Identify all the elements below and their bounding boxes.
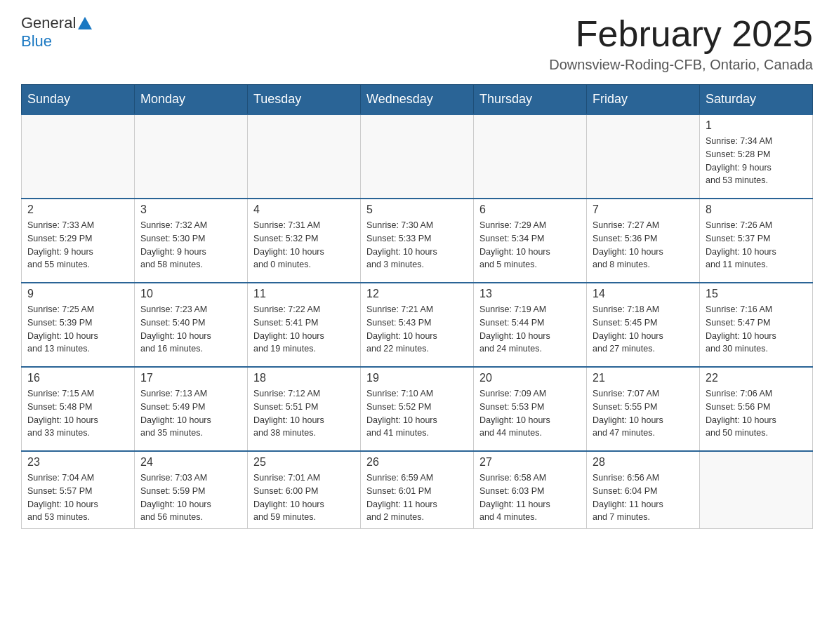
day-number: 27 <box>479 456 581 469</box>
calendar-header-row: SundayMondayTuesdayWednesdayThursdayFrid… <box>22 85 813 115</box>
calendar-day-cell: 18Sunrise: 7:12 AM Sunset: 5:51 PM Dayli… <box>248 367 361 451</box>
calendar-day-header: Thursday <box>474 85 587 115</box>
day-number: 18 <box>253 372 355 384</box>
day-number: 25 <box>253 456 355 469</box>
day-number: 15 <box>706 288 807 300</box>
day-number: 12 <box>366 288 468 300</box>
day-info: Sunrise: 7:01 AM Sunset: 6:00 PM Dayligh… <box>253 471 355 524</box>
calendar-day-cell <box>135 114 248 199</box>
calendar-day-header: Saturday <box>700 85 813 115</box>
calendar-day-cell: 13Sunrise: 7:19 AM Sunset: 5:44 PM Dayli… <box>474 283 587 367</box>
logo: General Blue <box>21 14 94 51</box>
day-number: 5 <box>366 203 468 216</box>
calendar-day-cell <box>22 114 135 199</box>
calendar-week-row: 9Sunrise: 7:25 AM Sunset: 5:39 PM Daylig… <box>22 283 813 367</box>
day-info: Sunrise: 7:32 AM Sunset: 5:30 PM Dayligh… <box>140 219 241 271</box>
calendar-day-cell: 28Sunrise: 6:56 AM Sunset: 6:04 PM Dayli… <box>587 451 700 529</box>
day-info: Sunrise: 7:27 AM Sunset: 5:36 PM Dayligh… <box>593 219 694 271</box>
calendar-day-cell: 16Sunrise: 7:15 AM Sunset: 5:48 PM Dayli… <box>22 367 135 451</box>
day-info: Sunrise: 7:03 AM Sunset: 5:59 PM Dayligh… <box>140 471 241 524</box>
day-info: Sunrise: 7:07 AM Sunset: 5:55 PM Dayligh… <box>593 387 694 440</box>
day-number: 26 <box>366 456 468 469</box>
calendar-day-cell: 14Sunrise: 7:18 AM Sunset: 5:45 PM Dayli… <box>587 283 700 367</box>
calendar-day-cell: 8Sunrise: 7:26 AM Sunset: 5:37 PM Daylig… <box>700 199 813 283</box>
day-info: Sunrise: 7:09 AM Sunset: 5:53 PM Dayligh… <box>479 387 581 440</box>
calendar-day-cell <box>474 114 587 199</box>
calendar-day-cell: 27Sunrise: 6:58 AM Sunset: 6:03 PM Dayli… <box>474 451 587 529</box>
day-info: Sunrise: 7:19 AM Sunset: 5:44 PM Dayligh… <box>479 303 581 356</box>
calendar-day-cell <box>587 114 700 199</box>
day-number: 11 <box>253 288 355 300</box>
title-section: February 2025 Downsview-Roding-CFB, Onta… <box>549 14 813 73</box>
calendar-day-header: Sunday <box>22 85 135 115</box>
day-info: Sunrise: 7:29 AM Sunset: 5:34 PM Dayligh… <box>479 219 581 271</box>
day-number: 10 <box>140 288 241 300</box>
day-info: Sunrise: 7:10 AM Sunset: 5:52 PM Dayligh… <box>366 387 468 440</box>
calendar-day-cell: 17Sunrise: 7:13 AM Sunset: 5:49 PM Dayli… <box>135 367 248 451</box>
calendar-day-header: Monday <box>135 85 248 115</box>
calendar-day-cell: 4Sunrise: 7:31 AM Sunset: 5:32 PM Daylig… <box>248 199 361 283</box>
day-number: 1 <box>706 119 807 132</box>
calendar-day-header: Tuesday <box>248 85 361 115</box>
calendar-day-cell: 7Sunrise: 7:27 AM Sunset: 5:36 PM Daylig… <box>587 199 700 283</box>
day-info: Sunrise: 7:16 AM Sunset: 5:47 PM Dayligh… <box>706 303 807 356</box>
location-subtitle: Downsview-Roding-CFB, Ontario, Canada <box>549 57 813 73</box>
calendar-week-row: 1Sunrise: 7:34 AM Sunset: 5:28 PM Daylig… <box>22 114 813 199</box>
calendar-day-cell: 3Sunrise: 7:32 AM Sunset: 5:30 PM Daylig… <box>135 199 248 283</box>
day-number: 28 <box>593 456 694 469</box>
day-number: 21 <box>593 372 694 384</box>
day-info: Sunrise: 7:31 AM Sunset: 5:32 PM Dayligh… <box>253 219 355 271</box>
day-info: Sunrise: 7:33 AM Sunset: 5:29 PM Dayligh… <box>27 219 128 271</box>
day-info: Sunrise: 6:58 AM Sunset: 6:03 PM Dayligh… <box>479 471 581 524</box>
day-number: 16 <box>27 372 128 384</box>
day-number: 2 <box>27 203 128 216</box>
page-header: General Blue February 2025 Downsview-Rod… <box>21 14 813 73</box>
month-title: February 2025 <box>549 14 813 54</box>
calendar-day-cell: 9Sunrise: 7:25 AM Sunset: 5:39 PM Daylig… <box>22 283 135 367</box>
day-info: Sunrise: 7:25 AM Sunset: 5:39 PM Dayligh… <box>27 303 128 356</box>
calendar-day-cell: 6Sunrise: 7:29 AM Sunset: 5:34 PM Daylig… <box>474 199 587 283</box>
day-number: 14 <box>593 288 694 300</box>
calendar-day-cell: 12Sunrise: 7:21 AM Sunset: 5:43 PM Dayli… <box>361 283 474 367</box>
day-number: 8 <box>706 203 807 216</box>
day-number: 23 <box>27 456 128 469</box>
day-number: 17 <box>140 372 241 384</box>
logo-triangle-icon <box>78 17 92 29</box>
calendar-day-header: Friday <box>587 85 700 115</box>
calendar-day-cell: 15Sunrise: 7:16 AM Sunset: 5:47 PM Dayli… <box>700 283 813 367</box>
day-info: Sunrise: 7:34 AM Sunset: 5:28 PM Dayligh… <box>706 135 807 187</box>
day-number: 19 <box>366 372 468 384</box>
day-info: Sunrise: 7:15 AM Sunset: 5:48 PM Dayligh… <box>27 387 128 440</box>
calendar-day-cell <box>361 114 474 199</box>
day-info: Sunrise: 7:26 AM Sunset: 5:37 PM Dayligh… <box>706 219 807 271</box>
day-info: Sunrise: 7:06 AM Sunset: 5:56 PM Dayligh… <box>706 387 807 440</box>
calendar-day-cell: 25Sunrise: 7:01 AM Sunset: 6:00 PM Dayli… <box>248 451 361 529</box>
day-number: 24 <box>140 456 241 469</box>
day-number: 6 <box>479 203 581 216</box>
calendar-day-cell: 19Sunrise: 7:10 AM Sunset: 5:52 PM Dayli… <box>361 367 474 451</box>
calendar-day-cell: 21Sunrise: 7:07 AM Sunset: 5:55 PM Dayli… <box>587 367 700 451</box>
calendar-day-cell <box>700 451 813 529</box>
calendar-week-row: 16Sunrise: 7:15 AM Sunset: 5:48 PM Dayli… <box>22 367 813 451</box>
calendar-day-cell: 10Sunrise: 7:23 AM Sunset: 5:40 PM Dayli… <box>135 283 248 367</box>
calendar-day-cell: 11Sunrise: 7:22 AM Sunset: 5:41 PM Dayli… <box>248 283 361 367</box>
day-info: Sunrise: 7:13 AM Sunset: 5:49 PM Dayligh… <box>140 387 241 440</box>
day-info: Sunrise: 7:04 AM Sunset: 5:57 PM Dayligh… <box>27 471 128 524</box>
calendar-day-cell: 22Sunrise: 7:06 AM Sunset: 5:56 PM Dayli… <box>700 367 813 451</box>
calendar-day-cell: 26Sunrise: 6:59 AM Sunset: 6:01 PM Dayli… <box>361 451 474 529</box>
day-info: Sunrise: 7:21 AM Sunset: 5:43 PM Dayligh… <box>366 303 468 356</box>
calendar-week-row: 2Sunrise: 7:33 AM Sunset: 5:29 PM Daylig… <box>22 199 813 283</box>
day-number: 22 <box>706 372 807 384</box>
calendar-day-cell: 24Sunrise: 7:03 AM Sunset: 5:59 PM Dayli… <box>135 451 248 529</box>
day-number: 4 <box>253 203 355 216</box>
calendar-day-header: Wednesday <box>361 85 474 115</box>
day-info: Sunrise: 7:22 AM Sunset: 5:41 PM Dayligh… <box>253 303 355 356</box>
day-number: 9 <box>27 288 128 300</box>
calendar-week-row: 23Sunrise: 7:04 AM Sunset: 5:57 PM Dayli… <box>22 451 813 529</box>
day-info: Sunrise: 7:12 AM Sunset: 5:51 PM Dayligh… <box>253 387 355 440</box>
logo-blue-text: Blue <box>21 32 52 50</box>
calendar-day-cell: 23Sunrise: 7:04 AM Sunset: 5:57 PM Dayli… <box>22 451 135 529</box>
day-number: 3 <box>140 203 241 216</box>
day-number: 13 <box>479 288 581 300</box>
calendar-day-cell <box>248 114 361 199</box>
